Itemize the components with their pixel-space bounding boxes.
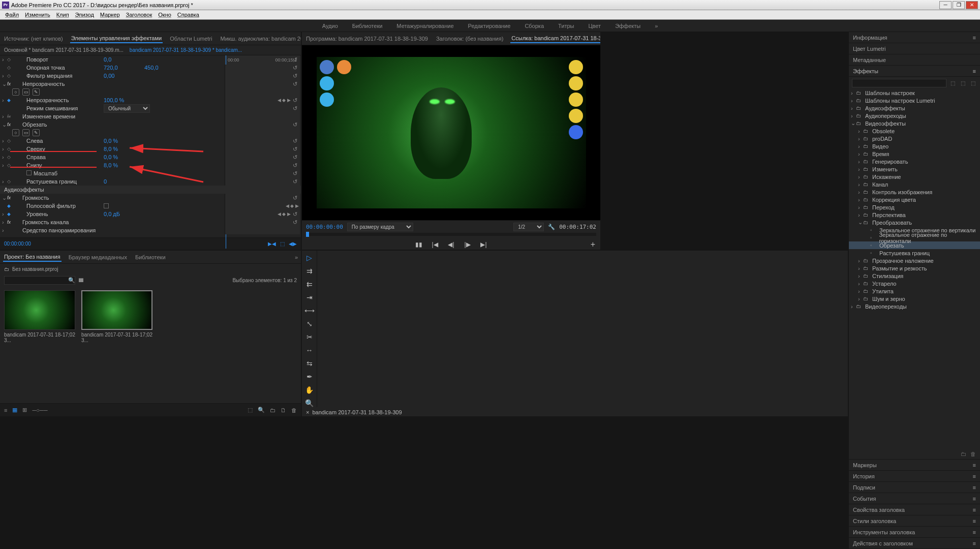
- workspace-Титры[interactable]: Титры: [558, 23, 574, 29]
- new-bin-icon[interactable]: 🗀: [270, 407, 275, 413]
- tab-source[interactable]: Источник: (нет клипов): [3, 35, 64, 43]
- program-video-view[interactable]: [302, 45, 600, 220]
- rolling-edit-icon[interactable]: ⟷: [304, 307, 315, 315]
- workspace-Метажурналирование[interactable]: Метажурналирование: [396, 23, 453, 29]
- tab-project[interactable]: Проект: Без названия: [3, 253, 62, 262]
- ellipse-mask-icon[interactable]: ○: [12, 88, 19, 96]
- ellipse-mask-icon[interactable]: ○: [12, 129, 19, 136]
- panel-menu-icon[interactable]: ≡: [973, 68, 976, 74]
- menu-Изменить[interactable]: Изменить: [22, 12, 53, 18]
- effects-search-input[interactable]: [852, 79, 946, 87]
- rate-stretch-icon[interactable]: ⤡: [307, 320, 313, 328]
- project-thumb[interactable]: bandicam 2017-07-31 18-3...17;02: [81, 290, 152, 343]
- workspace-Аудио[interactable]: Аудио: [322, 23, 338, 29]
- menu-Окно[interactable]: Окно: [155, 12, 174, 18]
- effects-tree-item[interactable]: ›🗀Шаблоны настроек: [849, 89, 980, 97]
- tab-link[interactable]: Ссылка: bandicam 2017-07-31 18-38-19-309: [510, 34, 600, 43]
- panel-menu-icon[interactable]: »: [295, 254, 298, 260]
- info-panel-header[interactable]: Информация≡: [849, 32, 980, 43]
- effects-tree-item[interactable]: ›🗀Видеопереходы: [849, 302, 980, 310]
- collapsed-panel-Действия с заголовком[interactable]: Действия с заголовком≡: [849, 538, 980, 549]
- ec-zoom-out-icon[interactable]: ▶◀: [268, 241, 276, 247]
- auto-seq-icon[interactable]: ⬚: [248, 407, 253, 413]
- slide-tool-icon[interactable]: ⇆: [307, 359, 313, 368]
- effects-tree-item[interactable]: ›🗀Аудиопереходы: [849, 112, 980, 119]
- ec-zoom-in-icon[interactable]: ◀▶: [289, 241, 297, 247]
- close-button[interactable]: ✕: [966, 1, 978, 9]
- effects-tree-item[interactable]: ›🗀Генерировать: [849, 158, 980, 165]
- zoom-slider[interactable]: ─○──: [32, 407, 47, 413]
- workspace-Редактирование[interactable]: Редактирование: [468, 23, 511, 29]
- effects-tree-item[interactable]: ›🗀proDAD: [849, 135, 980, 142]
- bypass-checkbox[interactable]: [104, 203, 109, 208]
- blend-mode-select[interactable]: Обычный: [104, 104, 150, 113]
- project-thumb[interactable]: bandicam 2017-07-31 18-3...17;02: [4, 290, 75, 343]
- effects-tree-item[interactable]: ⌄🗀Преобразовать: [849, 219, 980, 226]
- rect-mask-icon[interactable]: ▭: [22, 129, 29, 136]
- tab-media-browser[interactable]: Браузер медиаданных: [68, 253, 128, 261]
- effects-tree-item[interactable]: ›🗀Устарело: [849, 280, 980, 287]
- workspace-Сборка[interactable]: Сборка: [525, 23, 544, 29]
- go-to-out-icon[interactable]: ▶|: [479, 240, 488, 249]
- tab-program[interactable]: Программа: bandicam 2017-07-31 18-38-19-…: [305, 35, 429, 43]
- slip-tool-icon[interactable]: ↔: [306, 346, 313, 354]
- zoom-tool-icon[interactable]: 🔍: [305, 399, 314, 407]
- tab-audio-mixer[interactable]: Микш. аудиоклипа: bandicam 2017-07-31 1: [219, 35, 301, 43]
- icon-view-icon[interactable]: ▦: [12, 407, 17, 413]
- fx-badge-2-icon[interactable]: ⬚: [959, 79, 967, 87]
- razor-tool-icon[interactable]: ✂: [307, 333, 313, 341]
- workspace-Библиотеки[interactable]: Библиотеки: [352, 23, 383, 29]
- freeform-view-icon[interactable]: ⊞: [22, 407, 27, 413]
- add-marker-icon[interactable]: ▮▮: [414, 240, 423, 249]
- effects-tree-item[interactable]: ›🗀Перспектива: [849, 211, 980, 219]
- hand-tool-icon[interactable]: ✋: [305, 386, 314, 394]
- list-view-icon[interactable]: ≡: [4, 407, 7, 413]
- effects-tree-item[interactable]: ›🗀Аудиоэффекты: [849, 104, 980, 112]
- tab-lumetri-scopes[interactable]: Области Lumetri: [169, 35, 213, 43]
- menu-Маркер[interactable]: Маркер: [97, 12, 123, 18]
- collapsed-panel-Стили заголовка[interactable]: Стили заголовка≡: [849, 515, 980, 527]
- effects-tree-item[interactable]: ›🗀Прозрачное наложение: [849, 257, 980, 264]
- effects-tree-item[interactable]: ›🗀Переход: [849, 203, 980, 211]
- program-tc-left[interactable]: 00:00:00:00: [306, 224, 343, 230]
- pen-mask-icon[interactable]: ✎: [33, 129, 40, 136]
- zoom-checkbox[interactable]: [26, 170, 32, 175]
- program-fit-select[interactable]: По размеру кадра: [347, 223, 413, 231]
- menu-Файл[interactable]: Файл: [2, 12, 22, 18]
- effects-tree-item[interactable]: ›🗀Obsolete: [849, 127, 980, 135]
- project-search-input[interactable]: [4, 276, 75, 285]
- collapsed-panel-Свойства заголовка[interactable]: Свойства заголовка≡: [849, 504, 980, 515]
- tab-libraries[interactable]: Библиотеки: [134, 253, 167, 261]
- pen-mask-icon[interactable]: ✎: [33, 88, 40, 96]
- rect-mask-icon[interactable]: ▭: [22, 88, 29, 96]
- effects-tree-item[interactable]: ›🗀Утилита: [849, 287, 980, 295]
- workspace-Эффекты[interactable]: Эффекты: [615, 23, 640, 29]
- program-res-select[interactable]: 1/2: [513, 223, 544, 231]
- effects-tree-item[interactable]: ›🗀Время: [849, 150, 980, 158]
- wrench-icon[interactable]: 🔧: [548, 224, 555, 230]
- track-select-back-icon[interactable]: ⇇: [307, 280, 313, 288]
- effects-tree-item[interactable]: ⌄🗀Видеоэффекты: [849, 119, 980, 127]
- ec-timecode[interactable]: 00:00:00:00: [4, 241, 31, 247]
- effects-tree-item[interactable]: ›🗀Изменить: [849, 165, 980, 173]
- new-bin-icon[interactable]: 🗀: [961, 451, 966, 457]
- ripple-edit-icon[interactable]: ⇥: [307, 293, 313, 301]
- effects-tree-item[interactable]: ›🗀Стилизация: [849, 272, 980, 280]
- metadata-panel-header[interactable]: Метаданные: [849, 54, 980, 66]
- seq-close-icon[interactable]: ×: [306, 409, 309, 415]
- effects-tree-item[interactable]: ›🗀Искажение: [849, 173, 980, 180]
- menu-Клип[interactable]: Клип: [53, 12, 72, 18]
- fx-badge-3-icon[interactable]: ⬚: [969, 79, 977, 87]
- find-icon[interactable]: 🔍: [258, 407, 265, 413]
- effects-tree-item[interactable]: ›🗀Видео: [849, 142, 980, 150]
- filter-icon[interactable]: ⯀: [78, 277, 84, 283]
- collapsed-panel-История[interactable]: История≡: [849, 471, 980, 482]
- tab-title[interactable]: Заголовок: (без названия): [435, 35, 504, 43]
- menu-Справка[interactable]: Справка: [174, 12, 202, 18]
- effects-tree-item[interactable]: ›🗀Шаблоны настроек Lumetri: [849, 97, 980, 104]
- tab-effect-controls[interactable]: Элементы управления эффектами: [70, 34, 163, 43]
- effects-tree-item[interactable]: ›🗀Коррекция цвета: [849, 196, 980, 203]
- step-back-icon[interactable]: ◀|: [447, 240, 456, 249]
- lumetri-panel-header[interactable]: Цвет Lumetri: [849, 43, 980, 54]
- effects-tree-item[interactable]: ▫Зеркальное отражение по горизонтали: [849, 234, 980, 241]
